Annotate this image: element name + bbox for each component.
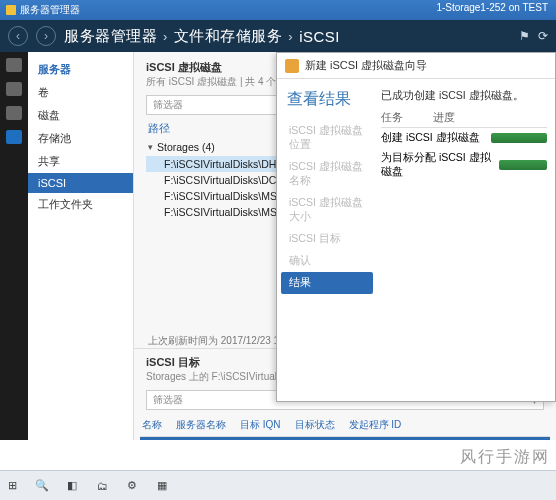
header-bar: ‹ › 服务器管理器 › 文件和存储服务 › iSCSI ⚑ ⟳ <box>0 20 556 52</box>
flag-icon[interactable]: ⚑ <box>519 29 530 43</box>
breadcrumb-root[interactable]: 服务器管理器 <box>64 27 157 46</box>
explorer-icon[interactable]: 🗂 <box>94 478 110 494</box>
start-button[interactable]: ⊞ <box>4 478 20 494</box>
app-icon <box>6 5 16 15</box>
target-row[interactable]: dhcp192 Storages iqn.1991-05.com.microso… <box>140 437 550 440</box>
wizard-head-label: 新建 iSCSI 虚拟磁盘向导 <box>305 58 427 73</box>
wizard-result-message: 已成功创建 iSCSI 虚拟磁盘。 <box>381 89 547 103</box>
result-task-label: 为目标分配 iSCSI 虚拟磁盘 <box>381 151 493 179</box>
wizard-step-name: iSCSI 虚拟磁盘名称 <box>281 156 373 192</box>
nav-workfolders[interactable]: 工作文件夹 <box>28 193 133 216</box>
taskbar: ⊞ 🔍 ◧ 🗂 ⚙ ▦ <box>0 470 556 500</box>
wizard-step-result[interactable]: 结果 <box>281 272 373 294</box>
nav-servers[interactable]: 服务器 <box>28 58 133 81</box>
nav-disks[interactable]: 磁盘 <box>28 104 133 127</box>
filter-placeholder: 筛选器 <box>153 98 183 112</box>
search-icon[interactable]: 🔍 <box>34 478 50 494</box>
wizard-page-title: 查看结果 <box>281 89 373 120</box>
filter-placeholder: 筛选器 <box>153 393 183 407</box>
watermark: 风行手游网 <box>460 447 550 468</box>
app-title: 服务器管理器 <box>20 3 80 17</box>
wizard-step-confirm: 确认 <box>281 250 373 272</box>
rail-local-icon[interactable] <box>6 82 22 96</box>
result-row: 为目标分配 iSCSI 虚拟磁盘 <box>381 148 547 182</box>
progress-bar <box>491 133 547 143</box>
wizard-icon <box>285 59 299 73</box>
result-task-label: 创建 iSCSI 虚拟磁盘 <box>381 131 480 145</box>
col-iqn[interactable]: 目标 IQN <box>240 418 281 432</box>
wizard-step-target: iSCSI 目标 <box>281 228 373 250</box>
nav-iscsi[interactable]: iSCSI <box>28 173 133 193</box>
rail-dashboard-icon[interactable] <box>6 58 22 72</box>
refresh-icon[interactable]: ⟳ <box>538 29 548 43</box>
breadcrumb: 服务器管理器 › 文件和存储服务 › iSCSI <box>64 27 340 46</box>
breadcrumb-1[interactable]: 文件和存储服务 <box>174 27 283 46</box>
result-row: 创建 iSCSI 虚拟磁盘 <box>381 128 547 148</box>
rail-file-icon[interactable] <box>6 130 22 144</box>
col-initiator[interactable]: 发起程序 ID <box>349 418 402 432</box>
wizard-step-location: iSCSI 虚拟磁盘位置 <box>281 120 373 156</box>
col-server[interactable]: 服务器名称 <box>176 418 226 432</box>
col-name[interactable]: 名称 <box>142 418 162 432</box>
taskview-icon[interactable]: ◧ <box>64 478 80 494</box>
remote-title: 1-Storage1-252 on TEST <box>436 2 548 13</box>
wizard-steps: 查看结果 iSCSI 虚拟磁盘位置 iSCSI 虚拟磁盘名称 iSCSI 虚拟磁… <box>277 79 377 401</box>
nav-forward-button[interactable]: › <box>36 26 56 46</box>
nav-back-button[interactable]: ‹ <box>8 26 28 46</box>
wizard-titlebar[interactable]: 新建 iSCSI 虚拟磁盘向导 <box>277 53 555 79</box>
progress-bar <box>499 160 547 170</box>
category-rail <box>0 52 28 440</box>
result-col-task: 任务 <box>381 111 403 125</box>
new-vdisk-wizard: 新建 iSCSI 虚拟磁盘向导 查看结果 iSCSI 虚拟磁盘位置 iSCSI … <box>276 52 556 402</box>
breadcrumb-sep-icon: › <box>288 29 293 44</box>
settings-icon[interactable]: ⚙ <box>124 478 140 494</box>
side-nav: 服务器 卷 磁盘 存储池 共享 iSCSI 工作文件夹 <box>28 52 134 440</box>
nav-shares[interactable]: 共享 <box>28 150 133 173</box>
targets-columns: 名称 服务器名称 目标 IQN 目标状态 发起程序 ID <box>140 414 550 437</box>
rail-all-icon[interactable] <box>6 106 22 120</box>
vdisk-group-label: Storages (4) <box>157 141 215 153</box>
breadcrumb-2[interactable]: iSCSI <box>299 28 340 45</box>
app-icon[interactable]: ▦ <box>154 478 170 494</box>
nav-pools[interactable]: 存储池 <box>28 127 133 150</box>
breadcrumb-sep-icon: › <box>163 29 168 44</box>
wizard-content: 已成功创建 iSCSI 虚拟磁盘。 任务 进度 创建 iSCSI 虚拟磁盘 为目… <box>377 79 555 401</box>
col-status[interactable]: 目标状态 <box>295 418 335 432</box>
result-col-progress: 进度 <box>433 111 455 125</box>
wizard-step-size: iSCSI 虚拟磁盘大小 <box>281 192 373 228</box>
nav-volumes[interactable]: 卷 <box>28 81 133 104</box>
